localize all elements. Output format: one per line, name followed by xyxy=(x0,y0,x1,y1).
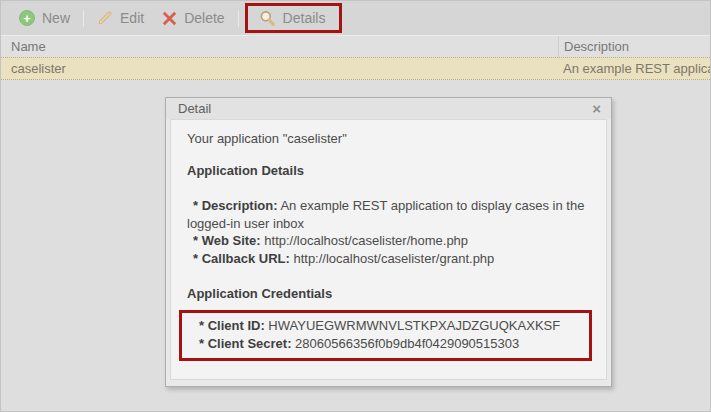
edit-button[interactable]: Edit xyxy=(88,4,153,32)
toolbar-separator xyxy=(238,10,239,27)
dialog-titlebar[interactable]: Detail × xyxy=(166,98,611,119)
callback-url-label: * Callback URL: xyxy=(193,251,290,266)
application-details-list: * Description: An example REST applicati… xyxy=(187,197,594,267)
website-value: http://localhost/caselister/home.php xyxy=(264,233,468,248)
plus-circle-icon: + xyxy=(19,10,35,26)
application-credentials-heading: Application Credentials xyxy=(187,285,594,302)
details-button[interactable]: Details xyxy=(250,4,335,32)
details-button-label: Details xyxy=(283,10,326,26)
description-label: * Description: xyxy=(193,198,278,213)
dialog-intro-text: Your application "caselister" xyxy=(187,130,594,147)
client-id-line: * Client ID: HWAYUEGWRMWNVLSTKPXAJDZGUQK… xyxy=(193,317,583,335)
new-button[interactable]: + New xyxy=(10,4,79,32)
row-name-cell: caselister xyxy=(1,61,558,76)
pencil-icon xyxy=(97,10,113,26)
application-details-heading: Application Details xyxy=(187,162,594,179)
close-icon[interactable]: × xyxy=(592,101,601,116)
client-id-label: * Client ID: xyxy=(199,318,265,333)
client-id-value: HWAYUEGWRMWNVLSTKPXAJDZGUQKAXKSF xyxy=(268,318,560,333)
toolbar: + New Edit Delete D xyxy=(1,1,710,35)
website-line: * Web Site: http://localhost/caselister/… xyxy=(187,232,594,250)
column-header-description[interactable]: Description xyxy=(558,36,710,57)
delete-button-label: Delete xyxy=(184,10,224,26)
x-mark-icon xyxy=(162,11,177,26)
client-secret-label: * Client Secret: xyxy=(199,336,291,351)
new-button-label: New xyxy=(42,10,70,26)
toolbar-separator xyxy=(83,10,84,27)
callback-url-value: http://localhost/caselister/grant.php xyxy=(293,251,494,266)
table-header-row: Name Description xyxy=(1,35,710,57)
client-secret-value: 28060566356f0b9db4f0429090515303 xyxy=(295,336,519,351)
column-header-name[interactable]: Name xyxy=(1,39,558,54)
row-description-cell: An example REST application xyxy=(558,61,710,76)
edit-button-label: Edit xyxy=(120,10,144,26)
app-page: { "toolbar": { "buttons": [ { "label": "… xyxy=(0,0,711,412)
details-highlight-annotation: Details xyxy=(245,3,343,33)
credentials-highlight-annotation: * Client ID: HWAYUEGWRMWNVLSTKPXAJDZGUQK… xyxy=(179,310,592,361)
description-line: * Description: An example REST applicati… xyxy=(187,197,594,232)
magnifier-icon xyxy=(259,10,276,27)
dialog-body: Your application "caselister" Applicatio… xyxy=(170,119,607,380)
table-row[interactable]: caselister An example REST application xyxy=(1,57,710,80)
detail-dialog: Detail × Your application "caselister" A… xyxy=(165,97,612,387)
client-secret-line: * Client Secret: 28060566356f0b9db4f0429… xyxy=(193,335,583,353)
website-label: * Web Site: xyxy=(193,233,261,248)
callback-url-line: * Callback URL: http://localhost/caselis… xyxy=(187,250,594,268)
dialog-title: Detail xyxy=(178,101,211,116)
delete-button[interactable]: Delete xyxy=(153,4,233,32)
